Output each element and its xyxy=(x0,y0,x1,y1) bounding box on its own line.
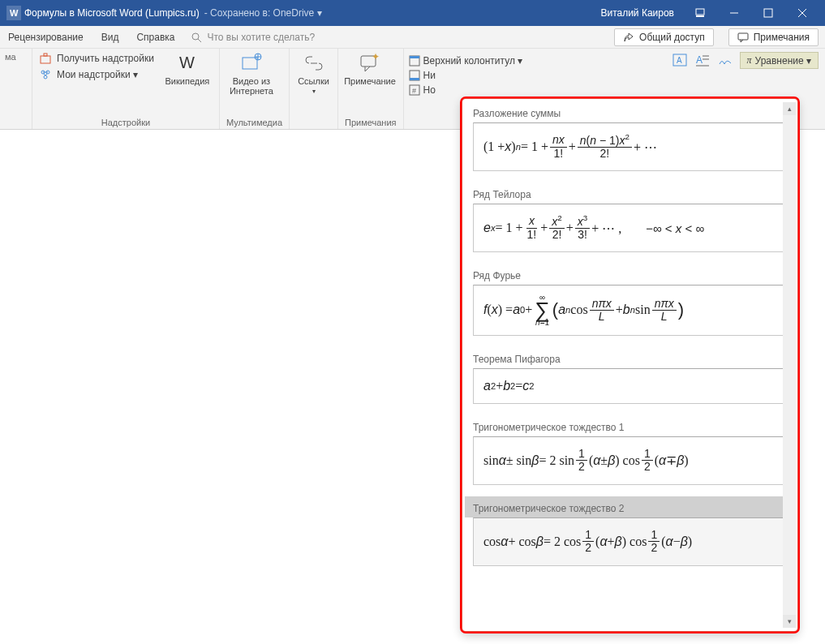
signature-icon[interactable] xyxy=(717,52,733,68)
svg-rect-10 xyxy=(738,33,748,40)
minimize-button[interactable] xyxy=(718,0,750,26)
svg-point-15 xyxy=(44,75,47,79)
close-button[interactable] xyxy=(786,0,819,26)
tab-review[interactable]: Рецензирование xyxy=(6,28,85,46)
scroll-up-button[interactable]: ▴ xyxy=(783,102,796,115)
equation-item-fourier[interactable]: Ряд Фурье f(x) = a0 + ∞∑n=1 (an cos nπxL… xyxy=(465,264,795,336)
equation-item-taylor[interactable]: Ряд Тейлора ex = 1 + x1! + x22! + x33! +… xyxy=(465,182,795,252)
tell-me-search[interactable]: Что вы хотите сделать? xyxy=(191,32,315,43)
equation-gallery-dropdown: Разложение суммы (1 + x)n = 1 + nx1! + n… xyxy=(461,97,799,633)
search-placeholder: Что вы хотите сделать? xyxy=(207,32,315,43)
equation-preview: sin α ± sin β = 2 sin 12(α ± β) cos 12(α… xyxy=(473,436,787,485)
links-button[interactable]: Ссылки ▾ xyxy=(296,52,331,95)
maximize-button[interactable] xyxy=(752,0,784,26)
svg-text:A: A xyxy=(677,56,682,65)
equation-preview: cos α + cos β = 2 cos 12(α + β) cos 12(α… xyxy=(473,517,787,566)
svg-rect-2 xyxy=(696,9,704,15)
titlebar: W Формулы в Microsoft Word (Lumpics.ru) … xyxy=(0,0,825,26)
word-icon: W xyxy=(6,6,21,20)
link-icon xyxy=(303,52,325,75)
ribbon-options-button[interactable] xyxy=(684,0,716,26)
svg-text:W: W xyxy=(10,8,19,18)
equation-item-trig1[interactable]: Тригонометрическое тождество 1 sin α ± s… xyxy=(465,415,795,485)
ribbon-group-media: Видео из Интернета Мультимедиа xyxy=(220,49,290,129)
new-comment-button[interactable]: ✦ Примечание xyxy=(345,52,395,86)
svg-line-18 xyxy=(45,74,47,75)
user-name[interactable]: Виталий Каиров xyxy=(600,7,674,19)
wikipedia-button[interactable]: W Википедия xyxy=(162,52,213,86)
svg-rect-3 xyxy=(696,15,704,17)
svg-line-9 xyxy=(198,39,201,42)
dropcap-icon[interactable]: A xyxy=(694,52,711,68)
dropdown-scrollbar[interactable]: ▴ ▾ xyxy=(783,102,796,628)
addins-icon xyxy=(39,68,52,81)
comment-icon xyxy=(737,32,749,43)
svg-point-8 xyxy=(192,33,199,40)
new-comment-icon: ✦ xyxy=(359,52,381,75)
page-number-button[interactable]: # Но xyxy=(409,84,523,96)
header-button[interactable]: Верхний колонтитул ▾ xyxy=(409,55,523,67)
tab-help[interactable]: Справка xyxy=(135,28,176,46)
get-addins-button[interactable]: Получить надстройки xyxy=(39,52,154,65)
equation-preview: (1 + x)n = 1 + nx1! + n(n − 1)x22! + ⋯ xyxy=(473,122,787,171)
svg-rect-27 xyxy=(410,56,419,58)
svg-text:✦: ✦ xyxy=(372,52,380,62)
svg-text:#: # xyxy=(412,87,416,95)
online-video-button[interactable]: Видео из Интернета xyxy=(226,52,277,96)
svg-rect-29 xyxy=(410,78,419,80)
video-icon xyxy=(240,52,263,75)
save-location[interactable]: - Сохранено в: OneDrive ▾ xyxy=(204,7,322,19)
equation-item-pythagoras[interactable]: Теорема Пифагора a2 + b2 = c2 xyxy=(465,347,795,404)
window-title: Формулы в Microsoft Word (Lumpics.ru) xyxy=(24,7,200,19)
search-icon xyxy=(191,32,202,43)
ribbon-group-partial-left: ма xyxy=(0,49,32,129)
comments-button[interactable]: Примечания xyxy=(728,28,819,46)
svg-rect-12 xyxy=(44,54,47,56)
svg-text:A: A xyxy=(696,54,703,66)
footer-button[interactable]: Ни xyxy=(409,70,523,81)
pagenum-icon: # xyxy=(409,84,420,96)
equation-preview: ex = 1 + x1! + x22! + x33! + ⋯ , −∞ < x … xyxy=(473,204,787,252)
header-icon xyxy=(409,55,420,67)
svg-rect-5 xyxy=(764,9,772,17)
textbox-icon[interactable]: A xyxy=(672,52,688,68)
svg-rect-20 xyxy=(243,58,257,69)
footer-icon xyxy=(409,70,420,81)
svg-rect-11 xyxy=(41,56,50,63)
ribbon-group-links: Ссылки ▾ xyxy=(290,49,338,129)
store-icon xyxy=(39,52,52,65)
wikipedia-icon: W xyxy=(176,52,199,75)
equation-item-binomial[interactable]: Разложение суммы (1 + x)n = 1 + nx1! + n… xyxy=(465,101,795,171)
equation-preview: a2 + b2 = c2 xyxy=(473,368,787,404)
ribbon-group-comments: ✦ Примечание Примечания xyxy=(338,49,404,129)
equation-preview: f(x) = a0 + ∞∑n=1 (an cos nπxL + bn sin … xyxy=(473,285,787,336)
equation-button[interactable]: π Уравнение ▾ xyxy=(740,52,819,69)
share-button[interactable]: Общий доступ xyxy=(614,28,714,46)
ribbon-tabs: Рецензирование Вид Справка Что вы хотите… xyxy=(0,26,825,49)
share-icon xyxy=(623,32,634,43)
ribbon-group-addins: Получить надстройки Мои надстройки ▾ W В… xyxy=(32,49,220,129)
tab-view[interactable]: Вид xyxy=(100,28,121,46)
my-addins-button[interactable]: Мои надстройки ▾ xyxy=(39,68,154,81)
scroll-down-button[interactable]: ▾ xyxy=(783,615,796,628)
equation-item-trig2[interactable]: Тригонометрическое тождество 2 cos α + c… xyxy=(465,496,795,566)
svg-text:W: W xyxy=(179,54,195,71)
